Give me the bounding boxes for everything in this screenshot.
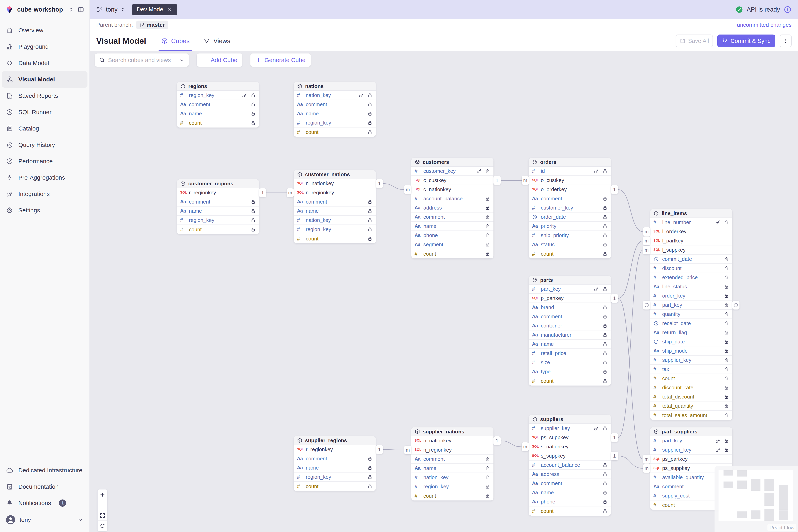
field-row-order_key[interactable]: #order_key <box>650 291 732 301</box>
cube-node-header[interactable]: supplier_regions <box>294 436 376 445</box>
field-row-ps_suppkey[interactable]: SQLps_suppkey <box>529 433 611 442</box>
field-row-o_custkey[interactable]: SQLo_custkey <box>529 176 611 185</box>
field-row-s_nationkey[interactable]: SQLs_nationkey <box>529 442 611 451</box>
cube-node-header[interactable]: parts <box>529 276 611 285</box>
cube-node-supplier_regions[interactable]: supplier_regionsSQLr_regionkeyAacommentA… <box>294 436 376 491</box>
chevron-down-icon[interactable] <box>179 57 185 63</box>
cube-node-parts[interactable]: parts#part_keySQLp_partkeyAabrandAacomme… <box>529 276 611 385</box>
field-row-comment[interactable]: Aacomment <box>294 100 376 109</box>
uncommitted-changes-link[interactable]: uncommitted changes <box>737 22 792 28</box>
field-row-line_status[interactable]: Aaline_status <box>650 282 732 291</box>
field-row-count[interactable]: #count <box>529 249 611 259</box>
field-row-part_key[interactable]: #part_key <box>650 436 732 445</box>
field-row-n_regionkey[interactable]: SQLn_regionkey <box>294 188 376 197</box>
field-row-type[interactable]: Aatype <box>529 367 611 376</box>
field-row-comment[interactable]: Aacomment <box>294 197 376 207</box>
user-menu[interactable]: tony <box>2 511 88 528</box>
field-row-id[interactable]: #id <box>529 167 611 176</box>
field-row-region_key[interactable]: #region_key <box>411 482 493 491</box>
field-row-l_suppkey[interactable]: SQLl_suppkey <box>650 245 732 254</box>
field-row-name[interactable]: Aaname <box>177 109 259 118</box>
workspace-switcher[interactable]: cube-workshop <box>0 0 89 19</box>
field-row-count[interactable]: #count <box>294 234 376 243</box>
close-icon[interactable] <box>167 7 173 12</box>
generate-cube-button[interactable]: Generate Cube <box>250 54 310 66</box>
field-row-n_nationkey[interactable]: SQLn_nationkey <box>294 179 376 188</box>
field-row-retail_price[interactable]: #retail_price <box>529 349 611 358</box>
field-row-customer_key[interactable]: #customer_key <box>411 167 493 176</box>
sidebar-item-playground[interactable]: Playground <box>2 39 88 55</box>
field-row-nation_key[interactable]: #nation_key <box>294 91 376 100</box>
field-row-line_number[interactable]: #line_number <box>650 218 732 227</box>
sidebar-item-notifications[interactable]: Notifications1 <box>2 495 88 511</box>
field-row-discount[interactable]: #discount <box>650 264 732 273</box>
field-row-c_nationkey[interactable]: SQLc_nationkey <box>411 185 493 194</box>
field-row-ps_partkey[interactable]: SQLps_partkey <box>650 455 732 464</box>
field-row-total_sales_amount[interactable]: #total_sales_amount <box>650 411 732 420</box>
sidebar-item-sql-runner[interactable]: SQL Runner <box>2 104 88 120</box>
sidebar-item-query-history[interactable]: Query History <box>2 137 88 153</box>
field-row-count[interactable]: #count <box>294 482 376 491</box>
sidebar-item-dedicated-infrastructure[interactable]: Dedicated Infrastructure <box>2 462 88 478</box>
field-row-name[interactable]: Aaname <box>177 207 259 216</box>
add-cube-button[interactable]: Add Cube <box>197 54 242 66</box>
field-row-o_orderkey[interactable]: SQLo_orderkey <box>529 185 611 194</box>
field-row-r_regionkey[interactable]: SQLr_regionkey <box>177 188 259 197</box>
cube-node-orders[interactable]: orders#idSQLo_custkeySQLo_orderkeyAacomm… <box>529 158 611 259</box>
field-row-supplier_key[interactable]: #supplier_key <box>650 356 732 365</box>
cube-node-header[interactable]: suppliers <box>529 415 611 424</box>
field-row-count[interactable]: #count <box>650 374 732 383</box>
field-row-receipt_date[interactable]: receipt_date <box>650 319 732 328</box>
zoom-in-button[interactable] <box>98 490 107 500</box>
minimap[interactable]: React Flow <box>714 466 798 532</box>
field-row-count[interactable]: #count <box>411 491 493 500</box>
field-row-status[interactable]: Aastatus <box>529 240 611 249</box>
cube-node-regions[interactable]: regions#region_keyAacommentAaname#count <box>177 82 259 128</box>
field-row-name[interactable]: Aaname <box>294 207 376 216</box>
cube-node-customer_regions[interactable]: customer_regionsSQLr_regionkeyAacommentA… <box>177 179 259 234</box>
field-row-region_key[interactable]: #region_key <box>294 118 376 128</box>
field-row-n_regionkey[interactable]: SQLn_regionkey <box>411 445 493 455</box>
field-row-segment[interactable]: Aasegment <box>411 240 493 249</box>
field-row-brand[interactable]: Aabrand <box>529 303 611 312</box>
sidebar-item-data-model[interactable]: Data Model <box>2 55 88 71</box>
field-row-customer_key[interactable]: #customer_key <box>529 203 611 212</box>
cube-node-header[interactable]: customer_nations <box>294 170 376 179</box>
field-row-supplier_key[interactable]: #supplier_key <box>529 424 611 433</box>
sidebar-item-documentation[interactable]: Documentation <box>2 478 88 495</box>
cube-node-header[interactable]: nations <box>294 82 376 91</box>
sidebar-item-saved-reports[interactable]: Saved Reports <box>2 88 88 104</box>
field-row-p_partkey[interactable]: SQLp_partkey <box>529 294 611 303</box>
field-row-nation_key[interactable]: #nation_key <box>294 216 376 225</box>
field-row-comment[interactable]: Aacomment <box>529 312 611 321</box>
field-row-c_custkey[interactable]: SQLc_custkey <box>411 176 493 185</box>
field-row-region_key[interactable]: #region_key <box>177 216 259 225</box>
search-input[interactable] <box>108 57 176 63</box>
field-row-count[interactable]: #count <box>529 507 611 516</box>
field-row-manufacturer[interactable]: Aamanufacturer <box>529 330 611 340</box>
field-row-phone[interactable]: Aaphone <box>529 497 611 507</box>
field-row-quantity[interactable]: #quantity <box>650 310 732 319</box>
field-row-name[interactable]: Aaname <box>294 109 376 118</box>
field-row-name[interactable]: Aaname <box>411 222 493 231</box>
field-row-return_flag[interactable]: Aareturn_flag <box>650 328 732 337</box>
cube-node-supplier_nations[interactable]: supplier_nationsSQLn_nationkeySQLn_regio… <box>411 428 493 500</box>
field-row-count[interactable]: #count <box>177 118 259 128</box>
collapse-sidebar-icon[interactable] <box>77 6 84 13</box>
field-row-tax[interactable]: #tax <box>650 365 732 374</box>
sidebar-item-catalog[interactable]: Catalog <box>2 120 88 137</box>
field-row-order_date[interactable]: order_date <box>529 212 611 222</box>
tab-cubes[interactable]: Cubes <box>159 31 192 51</box>
field-row-comment[interactable]: Aacomment <box>529 194 611 203</box>
field-row-address[interactable]: Aaaddress <box>411 203 493 212</box>
field-row-l_orderkey[interactable]: SQLl_orderkey <box>650 227 732 236</box>
field-row-priority[interactable]: Aapriority <box>529 222 611 231</box>
cube-node-header[interactable]: orders <box>529 158 611 167</box>
sidebar-item-performance[interactable]: Performance <box>2 153 88 169</box>
field-row-size[interactable]: #size <box>529 358 611 367</box>
commit-sync-button[interactable]: Commit & Sync <box>717 35 775 47</box>
cube-node-header[interactable]: line_items <box>650 209 732 218</box>
field-row-n_nationkey[interactable]: SQLn_nationkey <box>411 436 493 445</box>
field-row-address[interactable]: Aaaddress <box>529 470 611 479</box>
field-row-r_regionkey[interactable]: SQLr_regionkey <box>294 445 376 454</box>
